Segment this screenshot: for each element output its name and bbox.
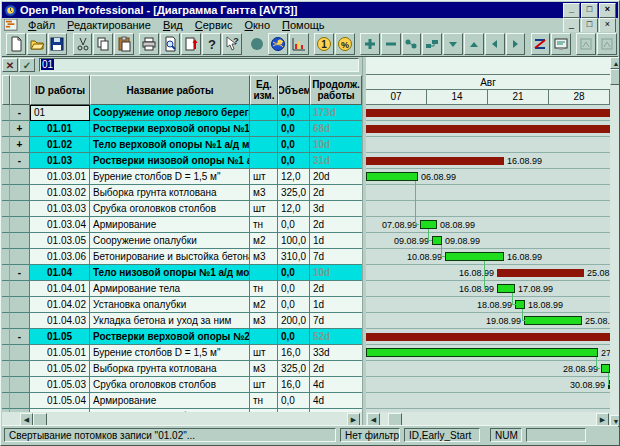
header-id[interactable]: ID работы [30,75,90,105]
app-icon [4,4,17,17]
menu-item-5[interactable]: Помощь [276,19,331,32]
gantt-row: 16.08.9925.08.9 [366,265,610,281]
screen-view-button[interactable] [551,33,571,55]
table-row[interactable]: 01.03.02Выборка грунта котлованам3325,02… [2,185,362,201]
header-name[interactable]: Название работы [90,75,250,105]
menu-item-3[interactable]: Сервис [189,19,239,32]
header-duration[interactable]: Продолж. работы [310,75,362,105]
task-bar[interactable] [515,300,525,309]
zigzag-view-button[interactable] [531,33,551,55]
coin-percent-button[interactable]: % [335,33,355,55]
task-bar[interactable] [524,316,582,325]
cell-edit-field[interactable]: 01 [39,58,359,72]
table-row[interactable]: 01.04.03Укладка бетона и уход за нимм320… [2,313,362,329]
move-down-button[interactable] [443,33,463,55]
open-button[interactable] [27,33,47,55]
bar-start-date: 16.08.99 [459,267,494,279]
cancel-edit-button[interactable]: ✕ [2,58,18,72]
collapse-toggle[interactable]: - [10,153,30,169]
paste-button[interactable] [114,33,134,55]
edit-bar: ✕ ✓ 01 [2,57,362,73]
table-row[interactable]: 01.03.06Бетонирование и выстойка бетонам… [2,249,362,265]
collapse-toggle[interactable]: + [10,121,30,137]
summary-bar[interactable] [366,125,610,133]
table-row[interactable]: -01.04Тело низовой опоры №1 а/д моста0,0… [2,265,362,281]
move-right-button[interactable] [506,33,526,55]
cell-vol: 0,0 [278,265,310,281]
menu-item-4[interactable]: Окно [238,19,276,32]
table-row[interactable]: -01.03Ростверки низовой опоры №1 а/д м0,… [2,153,362,169]
gantt-row: 18.08.9918.08.99 [366,297,610,313]
collapse-toggle[interactable]: - [10,105,30,121]
cell-dur: 2d [310,281,362,297]
move-up-button[interactable] [464,33,484,55]
collapse-toggle[interactable]: - [10,329,30,345]
vscroll-thumb[interactable] [610,69,620,85]
child-close-button[interactable]: × [599,18,616,33]
print-preview-button[interactable] [160,33,180,55]
table-row[interactable]: 01.05.04Армированиетн0,04d [2,393,362,409]
collapse-toggle[interactable]: + [10,137,30,153]
vertical-scrollbar[interactable]: ▲ ▼ [610,57,620,427]
save-button[interactable] [48,33,68,55]
child-minimize-button[interactable]: _ [563,18,580,33]
add-button[interactable] [360,33,380,55]
table-row[interactable]: 01.03.01Бурение столбов D = 1,5 м"шт12,0… [2,169,362,185]
new-document-button[interactable] [6,33,26,55]
table-row[interactable]: 01.05.03Срубка оголовков столбовшт16,04d [2,377,362,393]
table-row[interactable]: 01.03.04Армированиетн0,02d [2,217,362,233]
remove-button[interactable] [381,33,401,55]
help-button[interactable]: ? [202,33,222,55]
table-row[interactable]: 01.05.01Бурение столбов D = 1,5 м"шт16,0… [2,345,362,361]
menu-item-1[interactable]: Редактирование [61,19,157,32]
task-bar[interactable] [432,236,442,245]
collapse-toggle[interactable]: - [10,265,30,281]
task-bar[interactable] [420,220,437,229]
restore-button[interactable]: □ [581,3,598,18]
histogram-button[interactable] [289,33,309,55]
menu-item-0[interactable]: Файл [22,19,61,32]
print-button[interactable] [139,33,159,55]
cut-button[interactable] [73,33,93,55]
task-bar[interactable] [601,364,610,373]
link-button[interactable] [402,33,422,55]
cell-unit [250,105,278,121]
summary-bar[interactable] [366,333,610,341]
table-row[interactable]: 01.03.03Срубка оголовков столбовшт12,03d [2,201,362,217]
task-bar[interactable] [445,252,504,261]
cell-vol: 0,0 [278,105,310,121]
header-unit[interactable]: Ед. изм. [250,75,278,105]
task-bar[interactable] [366,172,418,181]
sort-update-button[interactable] [181,33,201,55]
scroll-up-icon[interactable]: ▲ [610,57,620,69]
coin-1-button[interactable]: 1 [314,33,334,55]
close-button[interactable]: × [599,3,616,18]
table-row[interactable]: +01.01Ростверки верховой опоры №1 а/д0,0… [2,121,362,137]
summary-bar[interactable] [366,157,504,165]
cell-name: Армирование [90,217,250,233]
task-bar[interactable] [497,284,515,293]
copy-button[interactable] [93,33,113,55]
cell-dur: 2d [310,361,362,377]
week-label: 14 [427,90,488,105]
summary-bar[interactable] [366,109,610,117]
minimize-button[interactable]: _ [563,3,580,18]
table-row[interactable]: 01.04.02Установка опалубким20,01d [2,297,362,313]
table-row[interactable]: 01.03.05Сооружение опалубким2100,01d [2,233,362,249]
table-row[interactable]: 01.04.01Армирование телатн0,02d [2,281,362,297]
node-button[interactable] [422,33,442,55]
summary-bar[interactable] [497,269,584,277]
move-left-button[interactable] [485,33,505,55]
world-clock-button[interactable] [268,33,288,55]
context-help-button[interactable]: ? [222,33,242,55]
table-row[interactable]: -01Сооружение опор левого берега0,0173d [2,105,362,121]
table-row[interactable]: -01.05Ростверки верховой опоры №2 а/д0,0… [2,329,362,345]
menu-item-2[interactable]: Вид [157,19,189,32]
header-volume[interactable]: Объем [278,75,310,105]
task-bar[interactable] [366,348,598,357]
table-row[interactable]: +01.02Тело верховой опоры №1 а/д моста0,… [2,137,362,153]
table-row[interactable]: 01.05.02Выборка грунта котлованам3325,02… [2,361,362,377]
cell-sel [2,201,10,217]
confirm-edit-button[interactable]: ✓ [19,58,35,72]
child-restore-button[interactable]: □ [581,18,598,33]
